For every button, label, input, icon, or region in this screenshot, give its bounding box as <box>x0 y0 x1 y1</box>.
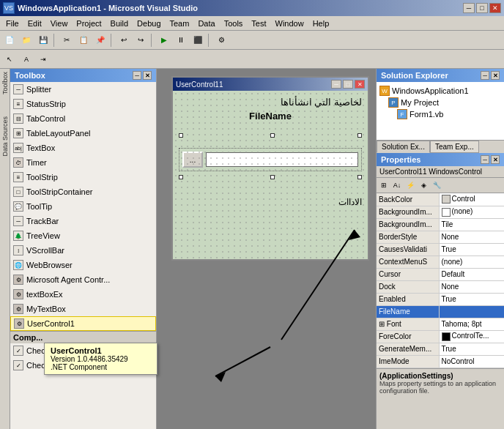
stop-button[interactable]: ⬛ <box>190 32 206 48</box>
paste-button[interactable]: 📌 <box>92 32 108 48</box>
props-close-btn[interactable]: ✕ <box>491 155 500 164</box>
browse-button[interactable]: ... <box>182 152 203 168</box>
maximize-button[interactable]: □ <box>476 3 488 13</box>
toolbox-item-tablelayoutpanel[interactable]: ⊞ TableLayoutPanel <box>10 126 156 141</box>
cut-button[interactable]: ✂ <box>59 32 75 48</box>
menu-item-file[interactable]: File <box>1 16 23 30</box>
textboxex-label: textBoxEx <box>26 290 63 299</box>
copy-button[interactable]: 📋 <box>75 32 92 48</box>
menu-item-data[interactable]: Data <box>193 16 219 30</box>
menu-item-tools[interactable]: Tools <box>220 16 248 30</box>
menu-item-help[interactable]: Help <box>308 16 334 30</box>
menu-item-test[interactable]: Test <box>247 16 270 30</box>
props-settings-btn[interactable]: 🔧 <box>431 179 442 191</box>
toolbar-separator-4 <box>208 34 211 47</box>
undo-button[interactable]: ↩ <box>116 32 132 48</box>
resize-handle-tl[interactable] <box>179 133 183 138</box>
new-button[interactable]: 📄 <box>1 32 18 48</box>
resize-handle-bc[interactable] <box>270 175 275 179</box>
causesvalidation-row[interactable]: CausesValidati True <box>377 243 504 255</box>
menu-item-project[interactable]: Project <box>72 16 105 30</box>
minimize-button[interactable]: ─ <box>463 3 475 13</box>
props-pages-btn[interactable]: ◈ <box>418 179 429 191</box>
toolbox-item-toolstrip[interactable]: ≡ ToolStrip <box>10 170 156 184</box>
toolbar-secondary: ↖ A ⇥ <box>0 50 504 69</box>
project-icon: P <box>388 97 399 108</box>
toolbox-item-treeview[interactable]: 🌲 TreeView <box>10 228 156 243</box>
file-node[interactable]: F Form1.vb <box>379 108 501 120</box>
save-button[interactable]: 💾 <box>35 32 51 48</box>
form-close-btn[interactable]: ✕ <box>355 80 365 89</box>
backgroundlayout-row[interactable]: BackgroundIm... Tile <box>377 218 504 231</box>
properties-object-name: UserControl11 WindowsControl <box>377 166 504 178</box>
toolbox-close-button[interactable]: ✕ <box>143 71 152 80</box>
format-button[interactable]: A <box>18 51 34 67</box>
props-categorized-btn[interactable]: ⊞ <box>378 179 390 191</box>
imemode-row[interactable]: ImeMode NoControl <box>377 355 504 368</box>
project-node[interactable]: P My Project <box>379 97 501 108</box>
toolbox-item-vscrollbar[interactable]: ↕ VScrollBar <box>10 243 156 258</box>
config-button[interactable]: ⚙ <box>213 32 229 48</box>
app-icon: VS <box>3 2 15 14</box>
backcolor-row[interactable]: BackColor Control <box>377 193 504 206</box>
toolbox-item-toolstripcontainer[interactable]: □ ToolStripContainer <box>10 184 156 199</box>
toolbox-pin-button[interactable]: ─ <box>133 71 141 80</box>
close-button[interactable]: ✕ <box>489 3 501 13</box>
toolbox-item-textboxex[interactable]: ⚙ textBoxEx <box>10 287 156 302</box>
team-exp-tab[interactable]: Team Exp... <box>430 141 479 153</box>
imemode-value: NoControl <box>439 355 504 368</box>
toolbox-item-tooltip[interactable]: 💬 ToolTip <box>10 199 156 214</box>
form-minimize-btn[interactable]: ─ <box>331 80 341 89</box>
resize-handle-tc[interactable] <box>270 133 275 138</box>
solution-close-btn[interactable]: ✕ <box>491 71 500 80</box>
cursor-row[interactable]: Cursor Default <box>377 268 504 280</box>
toolbox-item-tabcontrol[interactable]: ⊟ TabControl <box>10 111 156 126</box>
indent-button[interactable]: ⇥ <box>35 51 51 67</box>
filename-textbox[interactable] <box>206 152 358 167</box>
form-maximize-btn[interactable]: □ <box>343 80 353 89</box>
resize-handle-br[interactable] <box>357 175 362 179</box>
open-button[interactable]: 📁 <box>18 32 34 48</box>
menu-item-debug[interactable]: Debug <box>133 16 165 30</box>
redo-button[interactable]: ↪ <box>133 32 149 48</box>
toolbox-item-trackbar[interactable]: ─ TrackBar <box>10 214 156 228</box>
main-layout: Toolbox Data Sources Toolbox ─ ✕ ─ Split… <box>0 69 504 429</box>
menu-item-edit[interactable]: Edit <box>23 16 46 30</box>
enabled-row[interactable]: Enabled True <box>377 293 504 305</box>
forecolor-row[interactable]: ForeColor ControlTe... <box>377 330 504 343</box>
solution-node[interactable]: W WindowsApplication1 <box>379 85 501 97</box>
props-events-btn[interactable]: ⚡ <box>404 179 416 191</box>
toolbox-item-mytextbox[interactable]: ⚙ MyTextBox <box>10 302 156 316</box>
toolbox-item-timer[interactable]: ⏱ Timer <box>10 155 156 170</box>
solution-ex-tab[interactable]: Solution Ex... <box>377 141 430 153</box>
borderstyle-row[interactable]: BorderStyle None <box>377 231 504 243</box>
design-area[interactable]: UserControl11 ─ □ ✕ لخاصية التي انشأناها… <box>157 69 376 429</box>
form-content[interactable]: لخاصية التي انشأناها FileName ... <box>173 91 368 259</box>
toolbox-item-splitter[interactable]: ─ Splitter <box>10 82 156 97</box>
menu-item-window[interactable]: Window <box>271 16 308 30</box>
filename-row[interactable]: FileName <box>377 305 504 318</box>
toolbox-item-statusstrip[interactable]: ≡ StatusStrip <box>10 97 156 111</box>
timer-icon: ⏱ <box>13 157 23 168</box>
pause-button[interactable]: ⏸ <box>173 32 189 48</box>
generatemember-row[interactable]: GenerateMem... True <box>377 343 504 355</box>
contextmenus-row[interactable]: ContextMenuS (none) <box>377 255 504 268</box>
backgroundimage-row[interactable]: BackgroundIm... (none) <box>377 206 504 218</box>
resize-handle-bl[interactable] <box>179 175 183 179</box>
props-alphabetical-btn[interactable]: A↓ <box>391 179 403 191</box>
toolbox-item-webbrowser[interactable]: 🌐 WebBrowser <box>10 258 156 272</box>
start-button[interactable]: ▶ <box>156 32 172 48</box>
font-row[interactable]: ⊞ Font Tahoma; 8pt <box>377 318 504 330</box>
toolbox-item-usercontrol1[interactable]: ⚙ UserControl1 <box>10 316 156 331</box>
props-pin-btn[interactable]: ─ <box>481 155 489 164</box>
dock-row[interactable]: Dock None <box>377 280 504 293</box>
toolbox-item-microsoftagent[interactable]: ⚙ Microsoft Agent Contr... <box>10 272 156 287</box>
menu-item-build[interactable]: Build <box>106 16 133 30</box>
resize-handle-tr[interactable] <box>357 133 362 138</box>
toolbox-item-textbox[interactable]: ab| TextBox <box>10 141 156 155</box>
svg-line-2 <box>215 347 270 376</box>
menu-item-view[interactable]: View <box>46 16 73 30</box>
pointer-button[interactable]: ↖ <box>1 51 18 67</box>
menu-item-team[interactable]: Team <box>166 16 194 30</box>
solution-pin-btn[interactable]: ─ <box>481 71 489 80</box>
